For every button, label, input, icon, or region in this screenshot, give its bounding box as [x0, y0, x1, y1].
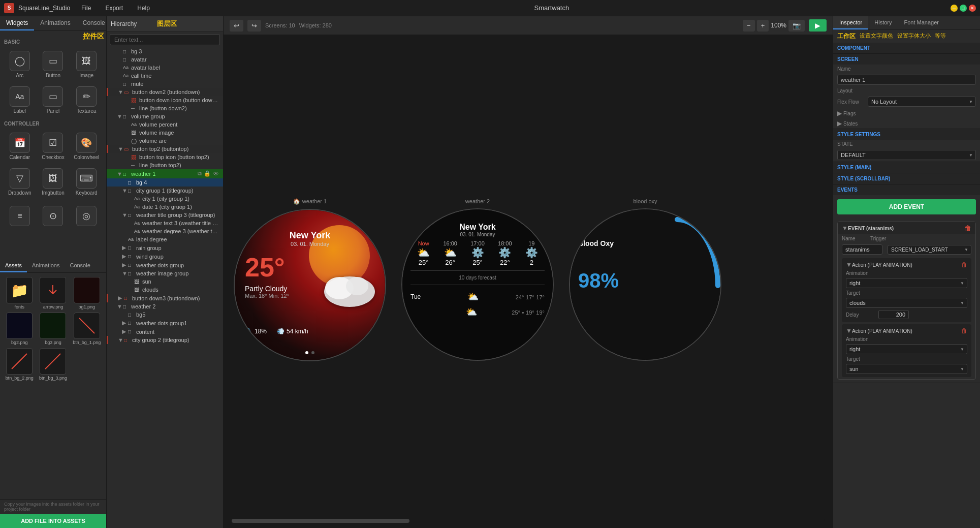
widget-label[interactable]: Aa Label	[4, 83, 36, 117]
event-trigger-select[interactable]: SCREEN_LOAD_START	[888, 245, 971, 255]
tree-button-down2[interactable]: ▼ ▭ button down2 (buttondown)	[107, 88, 223, 96]
widget-textarea[interactable]: ✏ Textarea	[71, 83, 102, 117]
tab-console-assets[interactable]: Console	[65, 259, 95, 272]
add-file-button[interactable]: ADD FILE INTO ASSETS	[0, 514, 106, 528]
tree-content[interactable]: ▶ □ content	[107, 327, 223, 336]
tree-button-top2[interactable]: ▼ ▭ button top2 (buttontop)	[107, 145, 223, 153]
widget-arc[interactable]: ◯ Arc	[4, 48, 36, 81]
tab-console[interactable]: Console	[77, 16, 111, 30]
maximize-button[interactable]: □	[960, 5, 967, 12]
menu-export[interactable]: Export	[102, 3, 126, 14]
name-input[interactable]	[837, 75, 976, 85]
tree-avatar[interactable]: □ avatar	[107, 55, 223, 64]
tree-sun[interactable]: 🖼 sun	[107, 277, 223, 286]
component-header[interactable]: COMPONENT	[833, 43, 980, 53]
action-lock[interactable]: 🔒	[204, 170, 211, 177]
screen-header[interactable]: SCREEN	[833, 54, 980, 65]
menu-file[interactable]: File	[78, 3, 94, 14]
add-event-button[interactable]: ADD EVENT	[837, 199, 976, 214]
tree-weather-image-group[interactable]: ▼ □ weather image group	[107, 269, 223, 277]
bloodoxy-canvas[interactable]: Blood Oxy 98%	[569, 208, 721, 361]
tree-weather-degree3[interactable]: Aa weather degree 3 (weather title group…	[107, 227, 223, 235]
states-row[interactable]: ▶ States	[833, 118, 980, 129]
tree-date1[interactable]: Aa date 1 (city gruop 1)	[107, 203, 223, 211]
minimize-button[interactable]: ─	[951, 5, 958, 12]
tree-button-down3[interactable]: ▶ □ button down3 (buttondown)	[107, 294, 223, 302]
search-input[interactable]	[110, 34, 220, 45]
widget-panel[interactable]: ▭ Panel	[38, 83, 69, 117]
tree-city-group2[interactable]: ▼ □ city gruop 2 (titlegroup)	[107, 336, 223, 344]
tree-bg4[interactable]: □ bg 4	[107, 178, 223, 187]
state-select[interactable]: DEFAULT	[837, 150, 976, 160]
style-scrollbar-header[interactable]: STYLE (SCROLLBAR)	[833, 173, 980, 184]
weather1-canvas[interactable]: New York 03. 01. Monday 25° Partly Cloud…	[234, 209, 386, 361]
tree-bg5[interactable]: □ bg5	[107, 310, 223, 319]
tree-city-group1[interactable]: ▼ □ city gruop 1 (titlegroup)	[107, 187, 223, 195]
asset-btn-bg2[interactable]: btn_bg_2.png	[4, 348, 35, 381]
event-staranims-header[interactable]: ▼ EVENT (staranims) 🗑	[838, 222, 975, 234]
tree-weather-dots-group[interactable]: ▶ □ weather dots group	[107, 261, 223, 269]
weather2-canvas[interactable]: New York 03. 01. Monday Now ⛅ 25° 16:00	[401, 208, 554, 361]
tree-volume-image[interactable]: 🖼 volume image	[107, 129, 223, 137]
asset-arrow[interactable]: arrow.png	[38, 277, 68, 309]
zoom-out-button[interactable]: −	[743, 20, 755, 32]
redo-button[interactable]: ↪	[247, 20, 261, 32]
tree-mute[interactable]: □ mute	[107, 80, 223, 88]
widget-extra3[interactable]: ◎	[71, 203, 102, 231]
tree-volume-percent[interactable]: Aa volume percent	[107, 120, 223, 129]
widget-checkbox[interactable]: ☑ Checkbox	[38, 130, 69, 163]
action1-animation-select[interactable]: right	[846, 278, 967, 288]
action1-delete[interactable]: 🗑	[961, 261, 967, 268]
tree-weather1[interactable]: ▼ □ weather 1 ⧉ 🔒 👁	[107, 169, 223, 178]
tab-font-manager[interactable]: Font Manager	[898, 16, 944, 29]
tree-wind-group[interactable]: ▶ □ wind group	[107, 252, 223, 261]
action1-target-select[interactable]: clouds	[846, 298, 967, 308]
widget-extra1[interactable]: ≡	[4, 203, 36, 231]
tree-weather-text3[interactable]: Aa weather text 3 (weather title group 3…	[107, 219, 223, 227]
widget-colorwheel[interactable]: 🎨 Colorwheel	[71, 130, 102, 163]
tab-history[interactable]: History	[868, 16, 898, 29]
action2-header[interactable]: ▼ Action (PLAY ANIMATION) 🗑	[844, 326, 969, 335]
widget-dropdown[interactable]: ▽ Dropdown	[4, 165, 36, 199]
style-settings-header[interactable]: STYLE SETTINGS	[833, 129, 980, 140]
widget-image[interactable]: 🖼 Image	[71, 48, 102, 81]
action2-delete[interactable]: 🗑	[961, 327, 967, 334]
tree-button-down-icon[interactable]: 🖼 button down icon (button down2)	[107, 96, 223, 104]
tree-line-button-top2[interactable]: ─ line (button top2)	[107, 161, 223, 169]
asset-bg1[interactable]: bg1.png	[72, 277, 102, 309]
tree-weather-title-group3[interactable]: ▼ □ weather title group 3 (titlegroup)	[107, 211, 223, 219]
tree-bg3[interactable]: □ bg 3	[107, 47, 223, 55]
asset-btn-bg1[interactable]: btn_bg_1.png	[72, 313, 102, 345]
tab-animations-assets[interactable]: Animations	[27, 259, 65, 272]
canvas-scrollbar[interactable]	[232, 519, 825, 523]
tree-avatar-label[interactable]: Aa avatar label	[107, 64, 223, 72]
tab-widgets[interactable]: Widgets	[0, 16, 34, 30]
widget-button[interactable]: ▭ Button	[38, 48, 69, 81]
widget-imgbutton[interactable]: 🖼 Imgbutton	[38, 165, 69, 199]
w2-home-icon[interactable]: 🏠	[532, 345, 543, 355]
asset-bg2[interactable]: bg2.png	[4, 313, 35, 345]
tree-clouds[interactable]: 🖼 clouds	[107, 286, 223, 294]
tree-btn-top-icon[interactable]: 🖼 button top icon (button top2)	[107, 153, 223, 161]
tree-call-time[interactable]: Aa call time	[107, 72, 223, 80]
tree-label-degree[interactable]: Aa label degree	[107, 235, 223, 243]
menu-help[interactable]: Help	[134, 3, 153, 14]
widget-extra2[interactable]: ⊙	[38, 203, 69, 231]
action-eye[interactable]: 👁	[213, 170, 219, 177]
tree-rain-group[interactable]: ▶ □ rain group	[107, 243, 223, 252]
tab-inspector[interactable]: Inspector	[833, 16, 868, 29]
events-header[interactable]: EVENTS	[833, 184, 980, 195]
tab-animations[interactable]: Animations	[34, 16, 76, 30]
action1-header[interactable]: ▼ Action (PLAY ANIMATION) 🗑	[844, 260, 969, 269]
undo-button[interactable]: ↩	[230, 20, 243, 32]
zoom-in-button[interactable]: +	[757, 20, 769, 32]
close-button[interactable]: ✕	[969, 5, 976, 12]
action2-target-select[interactable]: sun	[846, 364, 967, 374]
event-delete-button[interactable]: 🗑	[964, 224, 971, 232]
flex-flow-select[interactable]: No Layout	[868, 97, 976, 107]
widget-keyboard[interactable]: ⌨ Keyboard	[71, 165, 102, 199]
asset-bg3[interactable]: bg3.png	[38, 313, 68, 345]
tree-weather2[interactable]: ▼ □ weather 2	[107, 302, 223, 310]
style-main-header[interactable]: STYLE (MAIN)	[833, 162, 980, 173]
play-button[interactable]: ▶	[809, 19, 827, 32]
